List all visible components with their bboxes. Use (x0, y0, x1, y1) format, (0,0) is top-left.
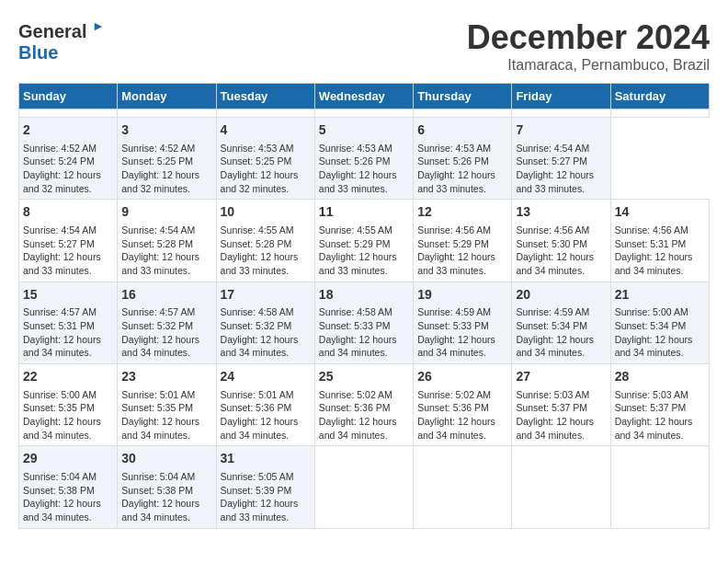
day-number: 22 (23, 368, 113, 386)
calendar-cell: 19Sunrise: 4:59 AMSunset: 5:33 PMDayligh… (414, 282, 512, 363)
calendar-week-row: 22Sunrise: 5:00 AMSunset: 5:35 PMDayligh… (19, 364, 710, 446)
calendar-cell: 14Sunrise: 4:56 AMSunset: 5:31 PMDayligh… (610, 200, 709, 282)
day-number: 7 (516, 121, 606, 140)
calendar-cell (512, 446, 610, 528)
calendar-cell: 28Sunrise: 5:03 AMSunset: 5:37 PMDayligh… (610, 364, 709, 446)
calendar-cell: 4Sunrise: 4:53 AMSunset: 5:25 PMDaylight… (216, 118, 314, 200)
calendar-cell (314, 109, 413, 118)
location-title: Itamaraca, Pernambuco, Brazil (467, 57, 710, 74)
calendar-cell: 22Sunrise: 5:00 AMSunset: 5:35 PMDayligh… (19, 364, 118, 446)
calendar-week-row: 2Sunrise: 4:52 AMSunset: 5:24 PMDaylight… (19, 118, 710, 200)
calendar-cell: 26Sunrise: 5:02 AMSunset: 5:36 PMDayligh… (414, 364, 512, 446)
column-header-sunday: Sunday (19, 84, 118, 109)
calendar-cell (414, 446, 512, 528)
calendar-cell: 10Sunrise: 4:55 AMSunset: 5:28 PMDayligh… (216, 200, 314, 282)
day-number: 24 (221, 368, 311, 386)
column-header-monday: Monday (118, 84, 216, 109)
calendar-cell: 7Sunrise: 4:54 AMSunset: 5:27 PMDaylight… (512, 118, 610, 200)
calendar-cell (414, 109, 512, 118)
day-number: 21 (615, 286, 705, 304)
day-number: 11 (319, 203, 409, 222)
day-number: 31 (221, 450, 311, 468)
day-number: 28 (615, 368, 705, 386)
calendar-cell (118, 109, 216, 118)
calendar-week-row: 15Sunrise: 4:57 AMSunset: 5:31 PMDayligh… (19, 282, 710, 363)
column-header-tuesday: Tuesday (216, 84, 314, 109)
day-number: 12 (417, 203, 507, 222)
calendar-cell: 13Sunrise: 4:56 AMSunset: 5:30 PMDayligh… (512, 200, 610, 282)
day-number: 16 (121, 286, 211, 304)
day-number: 10 (221, 203, 311, 222)
calendar-week-row (19, 109, 710, 118)
calendar-cell: 5Sunrise: 4:53 AMSunset: 5:26 PMDaylight… (314, 118, 413, 200)
day-number: 20 (516, 286, 606, 304)
calendar-cell: 25Sunrise: 5:02 AMSunset: 5:36 PMDayligh… (314, 364, 413, 446)
calendar-cell: 8Sunrise: 4:54 AMSunset: 5:27 PMDaylight… (19, 200, 118, 282)
logo-general-text: General (18, 21, 86, 41)
day-number: 13 (516, 203, 606, 222)
calendar-cell: 9Sunrise: 4:54 AMSunset: 5:28 PMDaylight… (118, 200, 216, 282)
day-number: 25 (319, 368, 409, 386)
column-header-wednesday: Wednesday (314, 84, 413, 109)
calendar-cell: 21Sunrise: 5:00 AMSunset: 5:34 PMDayligh… (610, 282, 709, 363)
page-header: General ► Blue December 2024 Itamaraca, … (18, 18, 710, 74)
calendar-cell (610, 446, 709, 528)
calendar-cell: 17Sunrise: 4:58 AMSunset: 5:32 PMDayligh… (216, 282, 314, 363)
calendar-header-row: SundayMondayTuesdayWednesdayThursdayFrid… (19, 84, 710, 109)
calendar-cell: 18Sunrise: 4:58 AMSunset: 5:33 PMDayligh… (314, 282, 413, 363)
day-number: 29 (23, 450, 113, 468)
day-number: 2 (23, 121, 113, 140)
day-number: 4 (221, 121, 311, 140)
calendar-cell: 15Sunrise: 4:57 AMSunset: 5:31 PMDayligh… (19, 282, 118, 363)
title-block: December 2024 Itamaraca, Pernambuco, Bra… (467, 18, 710, 74)
calendar-cell: 16Sunrise: 4:57 AMSunset: 5:32 PMDayligh… (118, 282, 216, 363)
calendar-week-row: 8Sunrise: 4:54 AMSunset: 5:27 PMDaylight… (19, 200, 710, 282)
calendar-cell (19, 109, 118, 118)
calendar-cell: 31Sunrise: 5:05 AMSunset: 5:39 PMDayligh… (216, 446, 314, 528)
calendar-cell: 6Sunrise: 4:53 AMSunset: 5:26 PMDaylight… (414, 118, 512, 200)
calendar-cell: 12Sunrise: 4:56 AMSunset: 5:29 PMDayligh… (414, 200, 512, 282)
day-number: 6 (417, 121, 507, 140)
calendar-cell: 30Sunrise: 5:04 AMSunset: 5:38 PMDayligh… (118, 446, 216, 528)
day-number: 19 (417, 286, 507, 304)
day-number: 30 (121, 450, 211, 468)
column-header-friday: Friday (512, 84, 610, 109)
day-number: 26 (417, 368, 507, 386)
day-number: 9 (121, 203, 211, 222)
day-number: 17 (221, 286, 311, 304)
calendar-cell: 2Sunrise: 4:52 AMSunset: 5:24 PMDaylight… (19, 118, 118, 200)
day-number: 5 (319, 121, 409, 140)
calendar-table: SundayMondayTuesdayWednesdayThursdayFrid… (18, 83, 710, 529)
month-title: December 2024 (467, 18, 710, 57)
calendar-cell: 20Sunrise: 4:59 AMSunset: 5:34 PMDayligh… (512, 282, 610, 363)
calendar-cell: 23Sunrise: 5:01 AMSunset: 5:35 PMDayligh… (118, 364, 216, 446)
calendar-cell: 3Sunrise: 4:52 AMSunset: 5:25 PMDaylight… (118, 118, 216, 200)
day-number: 23 (121, 368, 211, 386)
day-number: 18 (319, 286, 409, 304)
day-number: 27 (516, 368, 606, 386)
day-number: 8 (23, 203, 113, 222)
calendar-cell (314, 446, 413, 528)
calendar-cell: 24Sunrise: 5:01 AMSunset: 5:36 PMDayligh… (216, 364, 314, 446)
day-number: 15 (23, 286, 113, 304)
calendar-cell: 29Sunrise: 5:04 AMSunset: 5:38 PMDayligh… (19, 446, 118, 528)
logo: General ► Blue (18, 18, 105, 63)
column-header-thursday: Thursday (414, 84, 512, 109)
calendar-cell (512, 109, 610, 118)
column-header-saturday: Saturday (610, 84, 709, 109)
logo-blue-text: Blue (18, 42, 58, 63)
calendar-cell: 11Sunrise: 4:55 AMSunset: 5:29 PMDayligh… (314, 200, 413, 282)
day-number: 3 (121, 121, 211, 140)
calendar-cell: 27Sunrise: 5:03 AMSunset: 5:37 PMDayligh… (512, 364, 610, 446)
calendar-cell (216, 109, 314, 118)
calendar-cell (610, 109, 709, 118)
day-number: 14 (615, 203, 705, 222)
calendar-week-row: 29Sunrise: 5:04 AMSunset: 5:38 PMDayligh… (19, 446, 710, 528)
